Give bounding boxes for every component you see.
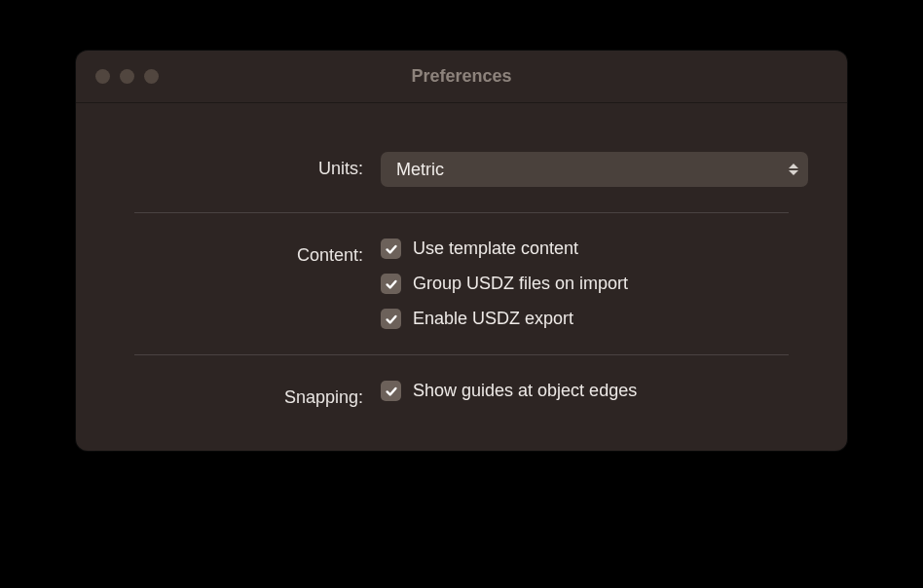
content-row: Content: Use template content Group USDZ… (105, 239, 818, 329)
snapping-row: Snapping: Show guides at object edges (105, 381, 818, 408)
snapping-label: Snapping: (105, 381, 363, 408)
preferences-window: Preferences Units: Metric Content: (76, 51, 847, 451)
checkbox-label: Enable USDZ export (413, 309, 573, 329)
zoom-button[interactable] (144, 69, 159, 84)
checkbox-use-template-content[interactable]: Use template content (381, 239, 808, 259)
checkbox-label: Use template content (413, 239, 578, 259)
checkbox-icon (381, 381, 401, 401)
close-button[interactable] (95, 69, 110, 84)
checkbox-group-usdz-on-import[interactable]: Group USDZ files on import (381, 274, 808, 294)
preferences-content: Units: Metric Content: Use (76, 103, 847, 451)
content-label: Content: (105, 239, 363, 266)
units-label: Units: (105, 152, 363, 179)
units-row: Units: Metric (105, 152, 818, 187)
checkbox-label: Show guides at object edges (413, 381, 637, 401)
units-select[interactable]: Metric (381, 152, 808, 187)
checkbox-icon (381, 239, 401, 259)
divider (134, 212, 789, 213)
checkbox-show-guides[interactable]: Show guides at object edges (381, 381, 808, 401)
divider (134, 354, 789, 355)
units-selected-value: Metric (396, 160, 444, 180)
checkbox-icon (381, 274, 401, 294)
traffic-lights (95, 69, 159, 84)
window-title: Preferences (95, 66, 828, 87)
checkbox-icon (381, 309, 401, 329)
titlebar: Preferences (76, 51, 847, 103)
checkbox-label: Group USDZ files on import (413, 274, 628, 294)
select-arrows-icon (789, 164, 798, 175)
minimize-button[interactable] (120, 69, 134, 84)
checkbox-enable-usdz-export[interactable]: Enable USDZ export (381, 309, 808, 329)
